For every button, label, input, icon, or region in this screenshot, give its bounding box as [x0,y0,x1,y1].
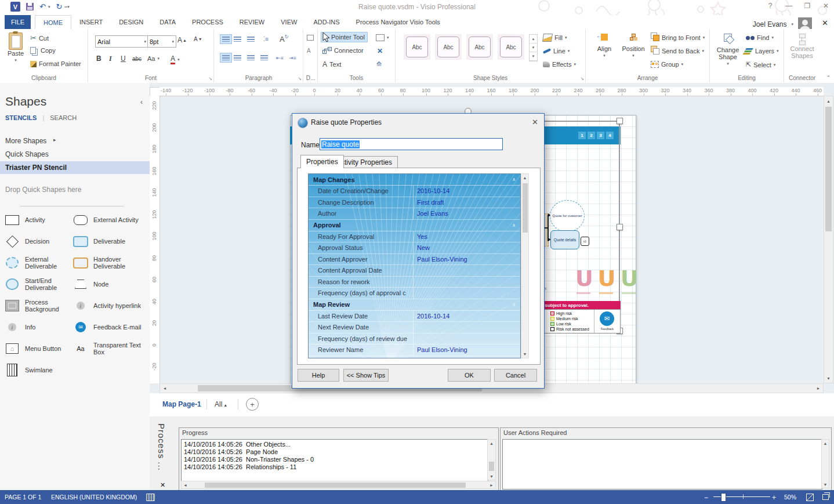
selection-handle[interactable] [617,224,623,230]
property-value[interactable]: 2016-10-14 [414,313,449,320]
text-tool-button[interactable]: A Text [322,60,341,68]
minimize-icon[interactable]: — [784,2,793,10]
user-dropdown-icon[interactable]: ▾ [791,22,793,27]
connect-shapes-button[interactable]: Connect Shapes [786,34,818,59]
connector-line[interactable] [544,227,549,229]
property-value[interactable]: Joel Evans [414,210,448,217]
stencil-item-menu-button[interactable]: ⌂Menu Button [3,340,72,357]
property-section-map-changes[interactable]: Map Changes∧ [309,174,520,186]
change-case-button[interactable]: Aa▾ [147,55,159,62]
progress-log-area[interactable]: 14/10/2016 14:05:26 Other Objects...14/1… [181,439,488,481]
page-nav-button-3[interactable]: 3 [597,132,604,139]
fill-button[interactable]: Fill▾ [543,34,567,42]
tab-design[interactable]: DESIGN [111,15,151,29]
find-button[interactable]: Find▾ [746,34,774,41]
collapse-ribbon-icon[interactable]: ⌃ [826,75,831,81]
property-value[interactable]: 2016-10-14 [414,187,449,194]
shape-style-swatch[interactable]: Abc [498,34,524,60]
close-document-icon[interactable]: ✕ [822,19,828,27]
gallery-up-icon[interactable]: ▲ [530,35,537,43]
property-row[interactable]: Change DescriptionFirst draft [309,197,520,209]
send-to-back-button[interactable]: Send to Back▾ [651,48,704,55]
dialog-close-icon[interactable]: ✕ [532,118,538,126]
font-dialog-launcher-icon[interactable]: ↘ [208,76,212,81]
shape-styles-dialog-launcher-icon[interactable]: ↘ [580,76,584,81]
stencil-item-feedback-email[interactable]: ✉Feedback E-mail [72,319,145,335]
underline-button[interactable]: U [121,55,126,63]
save-icon[interactable] [26,3,34,10]
bring-to-front-button[interactable]: Bring to Front▾ [651,34,705,41]
quick-shapes-button[interactable]: Quick Shapes [5,150,49,158]
tab-data[interactable]: DATA [151,15,184,29]
decrease-indent-button[interactable]: ⇤≡ [276,55,284,61]
scroll-left-icon[interactable]: ◄ [182,481,188,488]
user-actions-scrollbar[interactable]: ▲ ▼ [821,439,829,488]
progress-h-scrollbar[interactable]: ◄ ► [181,481,496,489]
line-button[interactable]: Line▾ [543,48,570,55]
scroll-right-icon[interactable]: ► [488,481,495,488]
selection-handle[interactable] [617,118,623,124]
justify-button[interactable] [260,55,268,60]
increase-indent-button[interactable]: ⇥≡ [289,55,296,61]
align-top-button[interactable] [220,35,231,43]
stencil-item-external-deliverable[interactable]: External Deliverable [3,255,72,271]
scroll-down-icon[interactable]: ▼ [822,481,829,487]
align-right-button[interactable] [247,55,255,60]
shape-quote-details[interactable]: Quote details [550,230,579,249]
format-painter-button[interactable]: Format Painter [30,60,81,67]
progress-v-scrollbar[interactable]: ▲ ▼ [487,439,496,480]
name-input[interactable]: Raise quote [320,138,503,150]
property-row[interactable]: Reviewer NamePaul Elson-Vining [309,345,520,356]
stencil-item-external-activity[interactable]: External Activity [72,212,145,228]
shape-style-swatch[interactable]: Abc [404,34,430,60]
paste-button[interactable]: Paste▾ [5,32,27,64]
close-icon[interactable]: ✕ [821,2,831,10]
freeform-tool-button[interactable]: ⟰ [376,60,382,68]
vertical-scrollbar[interactable]: ▲ ▼ [824,96,833,383]
stencil-item-node[interactable]: Node [72,276,145,292]
layers-button[interactable]: Layers▾ [746,48,779,55]
zoom-level[interactable]: 50% [784,494,796,501]
visio-app-icon[interactable]: V [10,2,20,12]
redo-button[interactable]: ↻ [56,2,62,11]
page-nav-button-4[interactable]: 4 [606,132,614,139]
tab-add-ins[interactable]: ADD-INS [305,15,347,29]
property-section-approval[interactable]: Approval∧ [309,220,520,231]
language-indicator[interactable]: ENGLISH (UNITED KINGDOM) [51,494,137,501]
collapsed-group-icon[interactable] [307,35,314,41]
property-row[interactable]: Approval StatusNew [309,242,520,254]
connector-tool-button[interactable]: Connector [322,47,364,54]
strikethrough-button[interactable]: abc [132,56,142,62]
scroll-thumb[interactable] [205,483,466,488]
property-row[interactable]: Frequency (days) of review due [309,333,520,345]
undo-button[interactable]: ↶ [39,2,46,11]
stencil-item-decision[interactable]: Decision [3,233,72,249]
copy-button[interactable]: Copy [30,47,56,54]
italic-button[interactable]: I [109,55,112,63]
vertical-scroll-thumb[interactable] [825,107,832,231]
scroll-right-icon[interactable]: ► [815,384,822,393]
align-center-button[interactable] [234,55,241,60]
shape-node[interactable]: x1 [581,237,589,246]
paragraph-dialog-launcher-icon[interactable]: ↘ [298,76,302,81]
collapse-section-icon[interactable]: ∧ [512,302,520,307]
scroll-up-icon[interactable]: ▲ [822,440,829,446]
page-tab-map-page-1[interactable]: Map Page-1 [162,400,201,408]
property-value[interactable]: Paul Elson-Vining [414,346,467,353]
scroll-up-icon[interactable]: ▲ [521,175,528,181]
shape-style-swatch[interactable]: Abc [435,34,462,60]
more-shapes-button[interactable]: More Shapes [5,137,46,145]
stencil-item-start-end-deliverable[interactable]: Start/End Deliverable [3,276,72,292]
collapse-section-icon[interactable]: ∧ [512,223,520,228]
tab-review[interactable]: REVIEW [231,15,273,29]
tab-home[interactable]: HOME [35,15,71,30]
change-shape-button[interactable]: Change Shape▾ [713,34,742,67]
shape-style-swatch[interactable]: Abc [466,34,493,60]
stencil-item-info[interactable]: iInfo [3,319,72,335]
stencil-item-activity-hyperlink[interactable]: iActivity hyperlink [72,298,145,314]
tab-file[interactable]: FILE [5,15,31,29]
presentation-mode-icon[interactable] [688,3,697,10]
tab-insert[interactable]: INSERT [71,15,111,29]
scroll-down-icon[interactable]: ▼ [824,375,833,382]
scroll-left-icon[interactable]: ◄ [161,384,168,393]
